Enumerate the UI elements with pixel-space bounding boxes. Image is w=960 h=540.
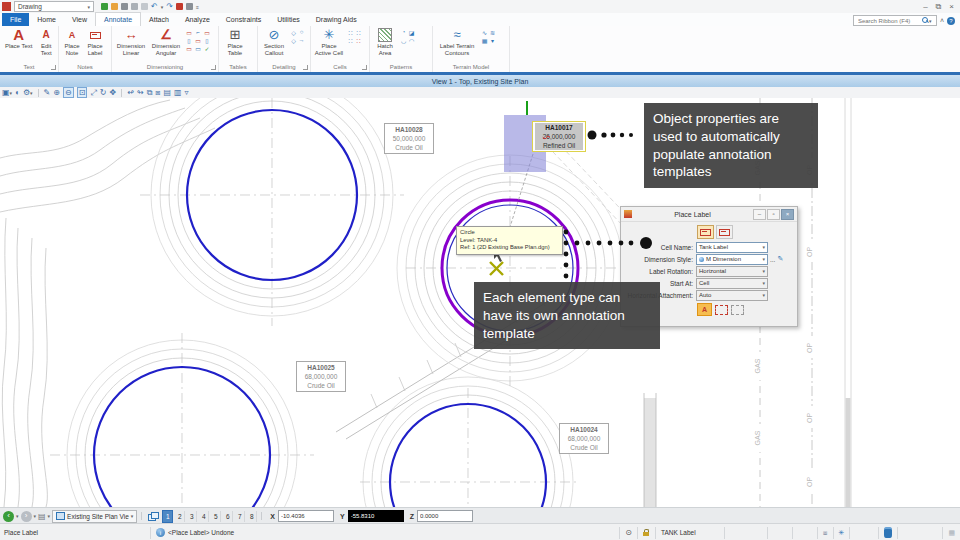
view-previous-icon[interactable]: ↫ bbox=[127, 88, 134, 97]
window-arrange-icon[interactable]: ⧈ bbox=[155, 88, 160, 97]
dimensioning-dialog-launcher-icon[interactable] bbox=[211, 65, 216, 70]
terrain-extra-icons[interactable]: ∿≋▦▾ bbox=[481, 29, 496, 44]
close-button[interactable]: × bbox=[949, 2, 954, 12]
tab-drawing-aids[interactable]: Drawing Aids bbox=[308, 13, 365, 26]
text-style-button-active[interactable]: A bbox=[697, 303, 712, 316]
workflow-selector[interactable]: Drawing ▾ bbox=[14, 1, 94, 12]
undo-icon[interactable]: ↶ bbox=[151, 3, 158, 10]
more-view-tools-icon[interactable]: ▿ bbox=[185, 88, 189, 97]
start-at-select[interactable]: Cell▾ bbox=[696, 278, 768, 289]
dimension-style-select[interactable]: M Dimension▾ bbox=[696, 254, 768, 265]
view-toggle-7[interactable]: 7 bbox=[235, 511, 245, 522]
open-folder-icon[interactable] bbox=[111, 3, 118, 10]
settings-button[interactable]: ✳ bbox=[833, 527, 850, 539]
x-coordinate-input[interactable] bbox=[278, 510, 334, 522]
place-table-button[interactable]: ⊞ Place Table bbox=[222, 27, 248, 56]
view-select-button[interactable]: Existing Site Plan Vie ▾ bbox=[52, 510, 137, 523]
place-note-button[interactable]: A Place Note bbox=[62, 27, 82, 56]
label-terrain-contours-button[interactable]: ≈ Label Terrain Contours bbox=[436, 27, 478, 56]
save-icon[interactable] bbox=[121, 3, 128, 10]
user-icon[interactable] bbox=[101, 3, 108, 10]
view-toggle-8[interactable]: 8 bbox=[247, 511, 257, 522]
style-reset-icon[interactable]: ✎ bbox=[777, 255, 783, 263]
view-toggle-6[interactable]: 6 bbox=[223, 511, 233, 522]
dialog-pin-button[interactable]: ▫ bbox=[767, 209, 780, 220]
search-box[interactable]: ▾ bbox=[853, 15, 937, 26]
dimension-linear-button[interactable]: ↔ Dimension Linear bbox=[115, 27, 147, 56]
tab-attach[interactable]: Attach bbox=[141, 13, 177, 26]
place-note-mode-button[interactable] bbox=[716, 225, 733, 239]
zoom-out-icon[interactable]: ⊖ bbox=[63, 87, 74, 98]
minimize-button[interactable]: – bbox=[923, 2, 927, 12]
back-button[interactable]: ‹ bbox=[3, 511, 14, 522]
y-coordinate-input[interactable] bbox=[348, 510, 404, 522]
help-icon[interactable]: ? bbox=[947, 17, 955, 25]
view-group-icon[interactable] bbox=[148, 512, 158, 521]
view-toggle-4[interactable]: 4 bbox=[199, 511, 209, 522]
print-icon[interactable] bbox=[186, 3, 193, 10]
tank-label-ha10028[interactable]: HA10028 50,000,000 Crude Oil bbox=[384, 123, 434, 154]
restore-button[interactable]: ⧉ bbox=[936, 2, 942, 12]
tank-label-ha10024[interactable]: HA10024 68,000,000 Crude Oil bbox=[559, 423, 609, 454]
zoom-window-icon[interactable]: ⊡ bbox=[77, 87, 88, 98]
cell-name-select[interactable]: Tank Label▾ bbox=[696, 242, 768, 253]
place-label-button[interactable]: Place Label bbox=[85, 27, 105, 56]
back-dropdown-icon[interactable]: ▾ bbox=[16, 513, 19, 519]
clip-volume-icon[interactable]: ▤ bbox=[163, 88, 171, 97]
view-toggle-3[interactable]: 3 bbox=[187, 511, 197, 522]
label-rotation-select[interactable]: Horizontal▾ bbox=[696, 266, 768, 277]
tab-annotate[interactable]: Annotate bbox=[95, 12, 141, 26]
dialog-title-bar[interactable]: Place Label – ▫ × bbox=[621, 207, 797, 222]
browse-styles-button[interactable]: ... bbox=[770, 256, 775, 263]
text-dialog-launcher-icon[interactable] bbox=[51, 65, 56, 70]
horizontal-attachment-select[interactable]: Auto▾ bbox=[696, 290, 768, 301]
tab-file[interactable]: File bbox=[2, 13, 29, 26]
boundary-option-button[interactable] bbox=[715, 305, 728, 315]
pin-icon[interactable] bbox=[176, 3, 183, 10]
locks-button[interactable] bbox=[637, 527, 655, 539]
cells-extra-icons[interactable]: ∷∷∷∷ bbox=[347, 29, 362, 44]
tank-label-ha10025[interactable]: HA10025 68,000,000 Crude Oil bbox=[296, 361, 346, 392]
detailing-extra-icons[interactable]: ◇○◇→ bbox=[290, 29, 305, 44]
tab-utilities[interactable]: Utilities bbox=[269, 13, 308, 26]
tab-view[interactable]: View bbox=[64, 13, 95, 26]
hatch-area-button[interactable]: Hatch Area bbox=[373, 27, 397, 56]
view-display-menu-icon[interactable]: ▣▾ bbox=[2, 88, 12, 97]
saved-views-menu-icon[interactable]: ▤ bbox=[38, 512, 46, 521]
rotate-view-icon[interactable]: ↻ bbox=[100, 88, 107, 97]
place-active-cell-button[interactable]: ✳ Place Active Cell bbox=[314, 27, 344, 56]
cells-dialog-launcher-icon[interactable] bbox=[362, 65, 367, 70]
tab-constraints[interactable]: Constraints bbox=[218, 13, 269, 26]
place-text-button[interactable]: A Place Text bbox=[3, 27, 34, 50]
active-model-button[interactable] bbox=[878, 527, 897, 539]
design-history-button[interactable]: ⧈ bbox=[817, 527, 832, 539]
collapse-ribbon-icon[interactable]: ˄ bbox=[940, 17, 944, 24]
dimensioning-extra-icons[interactable]: ▭⌐▭ ▯▭▯ ▭▭✓ bbox=[185, 29, 211, 52]
save-settings-icon[interactable] bbox=[131, 3, 138, 10]
message-center[interactable]: i <Place Label> Undone bbox=[150, 527, 239, 539]
detailing-dialog-launcher-icon[interactable] bbox=[303, 65, 308, 70]
undo-dropdown-icon[interactable]: ▾ bbox=[161, 4, 164, 10]
section-callout-button[interactable]: ⊘ Section Callout bbox=[261, 27, 287, 56]
patterns-extra-icons[interactable]: ◔◪◡◠ bbox=[400, 29, 415, 44]
tab-analyze[interactable]: Analyze bbox=[177, 13, 218, 26]
saved-views-dropdown-icon[interactable]: ▾ bbox=[48, 513, 51, 519]
search-dropdown-icon[interactable]: ▾ bbox=[929, 18, 932, 24]
forward-button[interactable]: › bbox=[21, 511, 32, 522]
copy-view-icon[interactable]: ⧉ bbox=[147, 88, 153, 97]
snap-mode-button[interactable]: ⊙ bbox=[619, 527, 637, 539]
tank-circle-ha10028[interactable] bbox=[187, 110, 357, 280]
view-attributes-icon[interactable]: ⚙▾ bbox=[23, 88, 33, 97]
view-toggle-5[interactable]: 5 bbox=[211, 511, 221, 522]
z-coordinate-input[interactable] bbox=[417, 510, 473, 522]
search-input[interactable] bbox=[856, 17, 922, 25]
adjust-colors-icon[interactable]: ✎ bbox=[44, 88, 51, 97]
copy-icon[interactable] bbox=[141, 3, 148, 10]
zoom-in-icon[interactable]: ⊕ bbox=[53, 88, 60, 97]
edit-text-button[interactable]: A Edit Text bbox=[37, 27, 55, 56]
qat-more-icon[interactable]: ≡ bbox=[196, 4, 199, 10]
drawing-view[interactable]: GAS GAS GAS GAS OP OP OP OP OP bbox=[0, 98, 960, 507]
tab-home[interactable]: Home bbox=[29, 13, 64, 26]
dialog-minimize-button[interactable]: – bbox=[753, 209, 766, 220]
view-toggle-2[interactable]: 2 bbox=[175, 511, 185, 522]
